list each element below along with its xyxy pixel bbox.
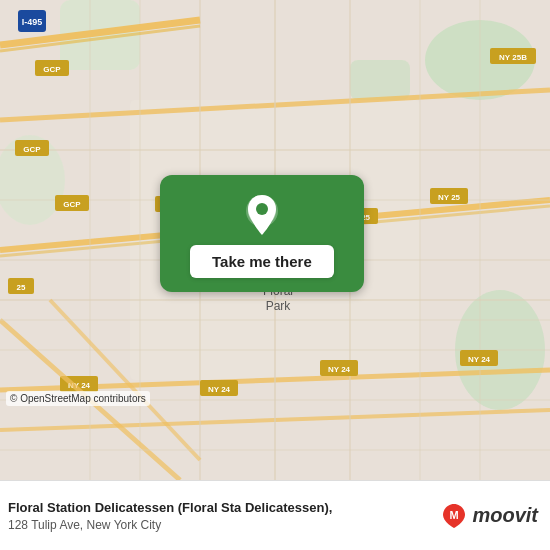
takemethere-button[interactable]: Take me there — [190, 245, 334, 278]
svg-text:NY 24: NY 24 — [468, 355, 491, 364]
location-address: 128 Tulip Ave, New York City — [8, 518, 440, 532]
location-info: Floral Station Delicatessen (Floral Sta … — [8, 499, 440, 531]
location-name: Floral Station Delicatessen (Floral Sta … — [8, 499, 440, 517]
moovit-logo: M moovit — [440, 502, 538, 530]
takemethere-button-container[interactable]: Take me there — [160, 175, 364, 292]
map-container: I-495 GCP GCP GCP NY 25B NY 25 NY 25 NY … — [0, 0, 550, 480]
svg-text:NY 24: NY 24 — [328, 365, 351, 374]
svg-text:M: M — [450, 509, 459, 521]
location-pin-icon — [244, 193, 280, 237]
svg-text:GCP: GCP — [23, 145, 41, 154]
svg-text:NY 25B: NY 25B — [499, 53, 527, 62]
svg-text:25: 25 — [17, 283, 26, 292]
svg-text:GCP: GCP — [43, 65, 61, 74]
svg-text:NY 24: NY 24 — [208, 385, 231, 394]
svg-text:NY 25: NY 25 — [438, 193, 461, 202]
moovit-brand-icon: M — [440, 502, 468, 530]
bottom-bar: Floral Station Delicatessen (Floral Sta … — [0, 480, 550, 550]
svg-text:Park: Park — [266, 299, 292, 313]
svg-text:I-495: I-495 — [22, 17, 43, 27]
svg-text:GCP: GCP — [63, 200, 81, 209]
svg-rect-5 — [350, 60, 410, 100]
map-attribution: © OpenStreetMap contributors — [6, 391, 150, 406]
svg-point-61 — [256, 203, 268, 215]
moovit-text: moovit — [472, 504, 538, 527]
pin-background: Take me there — [160, 175, 364, 292]
